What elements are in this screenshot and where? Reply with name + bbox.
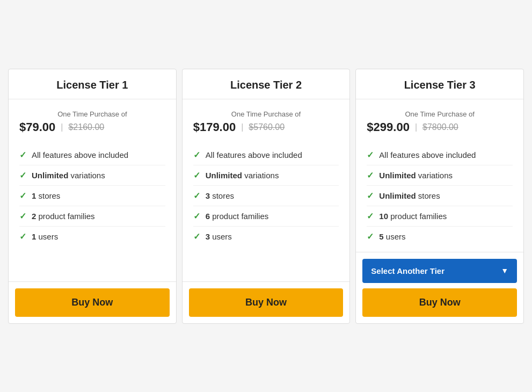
feature-text-tier1-0: All features above included <box>32 149 128 161</box>
feature-text-tier2-3: 6 product families <box>206 210 269 222</box>
check-icon-tier1-4: ✓ <box>19 231 26 242</box>
feature-list-tier1: ✓All features above included✓Unlimited v… <box>19 145 165 246</box>
price-current-tier3: $299.00 <box>367 120 410 134</box>
price-original-tier2: $5760.00 <box>249 122 285 132</box>
card-header-tier3: License Tier 3 <box>356 69 523 99</box>
pricing-card-tier1: License Tier 1One Time Purchase of$79.00… <box>8 69 177 324</box>
card-title-tier1: License Tier 1 <box>19 79 165 91</box>
price-original-tier1: $2160.00 <box>68 122 104 132</box>
feature-text-tier1-4: 1 users <box>32 231 58 242</box>
purchase-label-tier2: One Time Purchase of <box>193 110 339 118</box>
check-icon-tier2-1: ✓ <box>193 170 200 180</box>
feature-item-tier2-0: ✓All features above included <box>193 145 339 165</box>
buy-button-tier2[interactable]: Buy Now <box>189 288 344 317</box>
feature-text-tier2-1: Unlimited variations <box>206 170 279 181</box>
price-row-tier1: $79.00|$2160.00 <box>19 120 165 134</box>
check-icon-tier2-0: ✓ <box>193 150 200 160</box>
purchase-label-tier1: One Time Purchase of <box>19 110 165 118</box>
feature-item-tier2-1: ✓Unlimited variations <box>193 165 339 186</box>
check-icon-tier2-3: ✓ <box>193 211 200 221</box>
feature-text-tier2-4: 3 users <box>206 231 232 242</box>
check-icon-tier2-2: ✓ <box>193 191 200 201</box>
price-original-tier3: $7800.00 <box>422 122 458 132</box>
feature-text-tier2-2: 3 stores <box>206 190 234 201</box>
select-tier-button-tier3[interactable]: Select Another Tier▼ <box>362 259 517 283</box>
price-divider-tier1: | <box>61 122 63 132</box>
feature-list-tier2: ✓All features above included✓Unlimited v… <box>193 145 339 246</box>
feature-item-tier3-4: ✓5 users <box>367 227 513 246</box>
buy-button-tier3[interactable]: Buy Now <box>362 288 517 317</box>
check-icon-tier3-1: ✓ <box>367 170 374 180</box>
feature-item-tier3-1: ✓Unlimited variations <box>367 165 513 186</box>
pricing-card-tier2: License Tier 2One Time Purchase of$179.0… <box>182 69 351 324</box>
check-icon-tier3-0: ✓ <box>367 150 374 160</box>
feature-item-tier3-2: ✓Unlimited stores <box>367 186 513 206</box>
feature-item-tier1-3: ✓2 product families <box>19 206 165 227</box>
check-icon-tier3-4: ✓ <box>367 231 374 242</box>
feature-text-tier2-0: All features above included <box>206 149 302 161</box>
feature-text-tier3-1: Unlimited variations <box>379 170 453 181</box>
feature-text-tier3-3: 10 product families <box>379 210 447 222</box>
purchase-label-tier3: One Time Purchase of <box>367 110 513 118</box>
check-icon-tier1-0: ✓ <box>19 150 26 160</box>
card-title-tier2: License Tier 2 <box>193 79 339 91</box>
feature-item-tier1-2: ✓1 stores <box>19 186 165 206</box>
feature-text-tier3-2: Unlimited stores <box>379 190 440 201</box>
check-icon-tier3-2: ✓ <box>367 191 374 201</box>
chevron-down-icon: ▼ <box>501 266 508 275</box>
feature-text-tier3-4: 5 users <box>379 231 405 242</box>
feature-item-tier1-4: ✓1 users <box>19 227 165 246</box>
feature-item-tier1-0: ✓All features above included <box>19 145 165 165</box>
price-divider-tier3: | <box>415 122 417 132</box>
card-title-tier3: License Tier 3 <box>367 79 513 91</box>
price-divider-tier2: | <box>241 122 243 132</box>
check-icon-tier1-3: ✓ <box>19 211 26 221</box>
card-footer-tier3: Select Another Tier▼Buy Now <box>356 252 523 323</box>
feature-item-tier1-1: ✓Unlimited variations <box>19 165 165 186</box>
check-icon-tier1-1: ✓ <box>19 170 26 180</box>
card-header-tier1: License Tier 1 <box>9 69 176 99</box>
price-current-tier2: $179.00 <box>193 120 236 134</box>
card-body-tier1: One Time Purchase of$79.00|$2160.00✓All … <box>9 99 176 252</box>
feature-text-tier1-1: Unlimited variations <box>32 170 105 181</box>
pricing-container: License Tier 1One Time Purchase of$79.00… <box>0 63 532 329</box>
feature-item-tier3-0: ✓All features above included <box>367 145 513 165</box>
feature-text-tier3-0: All features above included <box>379 149 476 161</box>
price-row-tier2: $179.00|$5760.00 <box>193 120 339 134</box>
card-footer-tier2: Buy Now <box>183 281 350 323</box>
select-tier-label-tier3: Select Another Tier <box>371 266 444 275</box>
price-current-tier1: $79.00 <box>19 120 55 134</box>
check-icon-tier3-3: ✓ <box>367 211 374 221</box>
feature-text-tier1-2: 1 stores <box>32 190 60 201</box>
pricing-card-tier3: License Tier 3One Time Purchase of$299.0… <box>355 69 524 324</box>
feature-item-tier2-3: ✓6 product families <box>193 206 339 227</box>
feature-item-tier2-4: ✓3 users <box>193 227 339 246</box>
card-header-tier2: License Tier 2 <box>183 69 350 99</box>
feature-item-tier3-3: ✓10 product families <box>367 206 513 227</box>
select-tier-row-tier3: Select Another Tier▼ <box>362 259 517 283</box>
feature-list-tier3: ✓All features above included✓Unlimited v… <box>367 145 513 246</box>
price-row-tier3: $299.00|$7800.00 <box>367 120 513 134</box>
feature-item-tier2-2: ✓3 stores <box>193 186 339 206</box>
card-body-tier2: One Time Purchase of$179.00|$5760.00✓All… <box>183 99 350 252</box>
feature-text-tier1-3: 2 product families <box>32 210 95 222</box>
card-footer-tier1: Buy Now <box>9 281 176 323</box>
check-icon-tier1-2: ✓ <box>19 191 26 201</box>
buy-button-tier1[interactable]: Buy Now <box>15 288 170 317</box>
card-body-tier3: One Time Purchase of$299.00|$7800.00✓All… <box>356 99 523 252</box>
check-icon-tier2-4: ✓ <box>193 231 200 242</box>
